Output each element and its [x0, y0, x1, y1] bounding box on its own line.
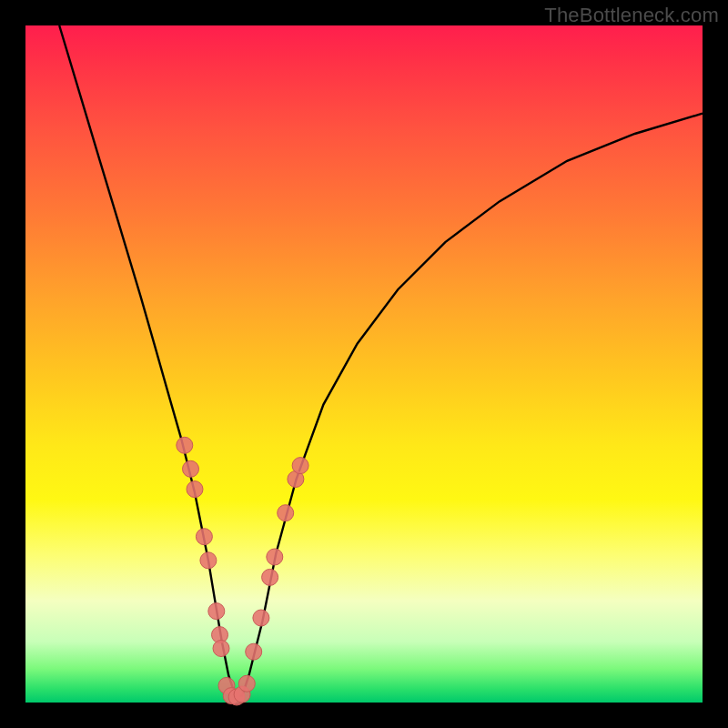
curve-marker	[292, 458, 308, 474]
curve-marker	[196, 529, 212, 545]
curve-marker	[253, 610, 269, 626]
curve-marker	[200, 552, 217, 569]
curve-marker	[183, 460, 199, 477]
plot-area	[25, 25, 703, 703]
curve-marker	[238, 675, 255, 692]
curve-marker	[246, 643, 262, 660]
curve-markers	[177, 437, 308, 705]
curve-marker	[213, 641, 229, 657]
curve-marker	[267, 549, 283, 565]
watermark-label: TheBottleneck.com	[544, 4, 719, 27]
curve-marker	[208, 603, 225, 620]
curve-svg	[25, 25, 703, 703]
chart-frame: TheBottleneck.com	[0, 0, 728, 728]
curve-marker	[177, 437, 193, 453]
curve-marker	[278, 505, 294, 521]
bottleneck-curve	[59, 25, 703, 696]
curve-marker	[187, 481, 203, 498]
curve-marker	[262, 569, 278, 585]
